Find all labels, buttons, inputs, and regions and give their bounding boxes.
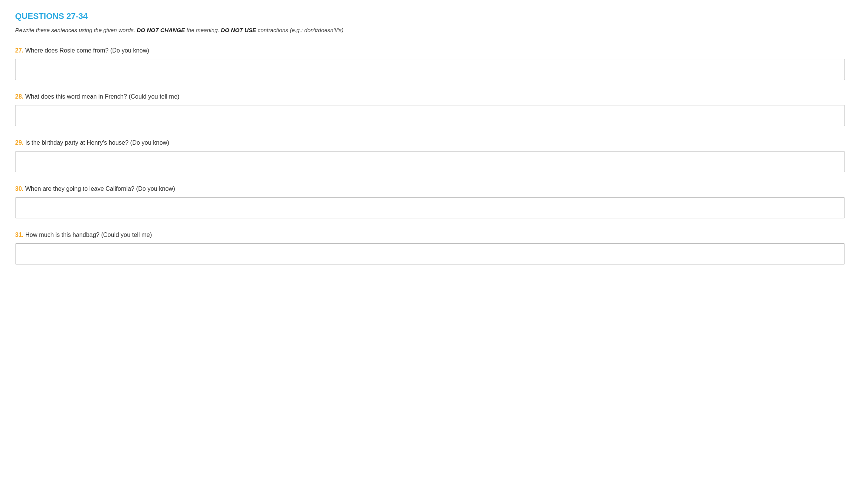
question-block: 27. Where does Rosie come from? (Do you … (15, 46, 845, 80)
question-text: 28. What does this word mean in French? … (15, 92, 845, 101)
answer-input-27[interactable] (15, 59, 845, 80)
answer-input-31[interactable] (15, 243, 845, 264)
instructions: Rewrite these sentences using the given … (15, 26, 845, 35)
question-number: 27. (15, 47, 23, 54)
section-title: QUESTIONS 27-34 (15, 11, 845, 21)
instructions-prefix: Rewrite these sentences using the given … (15, 27, 137, 33)
question-text: 31. How much is this handbag? (Could you… (15, 230, 845, 240)
instructions-mid: the meaning. (185, 27, 221, 33)
question-text: 30. When are they going to leave Califor… (15, 184, 845, 193)
question-block: 31. How much is this handbag? (Could you… (15, 230, 845, 264)
question-number: 29. (15, 139, 23, 146)
answer-input-30[interactable] (15, 197, 845, 218)
question-text: 29. Is the birthday party at Henry's hou… (15, 138, 845, 147)
question-text: 27. Where does Rosie come from? (Do you … (15, 46, 845, 55)
question-number: 28. (15, 93, 23, 100)
question-block: 30. When are they going to leave Califor… (15, 184, 845, 218)
questions-container: 27. Where does Rosie come from? (Do you … (15, 46, 845, 264)
answer-input-28[interactable] (15, 105, 845, 126)
instructions-bold1: DO NOT CHANGE (137, 27, 185, 33)
question-block: 28. What does this word mean in French? … (15, 92, 845, 126)
instructions-bold2: DO NOT USE (221, 27, 256, 33)
instructions-suffix: contractions (e.g.: don't/doesn't/'s) (256, 27, 343, 33)
question-block: 29. Is the birthday party at Henry's hou… (15, 138, 845, 172)
question-number: 30. (15, 186, 23, 192)
question-number: 31. (15, 232, 23, 238)
answer-input-29[interactable] (15, 151, 845, 172)
